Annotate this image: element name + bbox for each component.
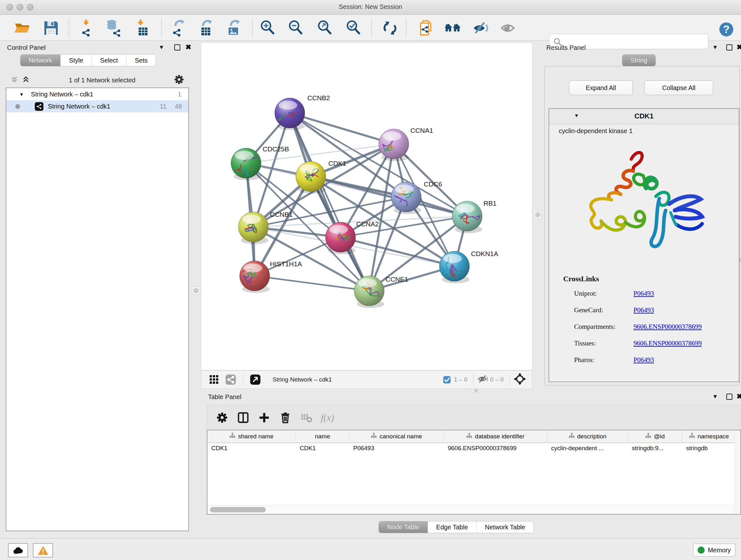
tab-select[interactable]: Select [92, 55, 127, 66]
entry-header[interactable]: ▼ CDK1 [549, 109, 739, 124]
column-header-description[interactable]: description [547, 430, 628, 442]
network-node-CCNA2[interactable]: CCNA2 [326, 220, 379, 254]
zoom-in-button[interactable] [258, 19, 278, 37]
table-row[interactable]: CDK1CDK1P064939606.ENSP00000378699cyclin… [207, 443, 740, 455]
refresh-button[interactable] [380, 19, 400, 37]
tab-network[interactable]: Network [20, 55, 61, 66]
results-panel: Results Panel ▼ ✖ String Expand All Coll… [542, 42, 741, 391]
panel-close-icon[interactable]: ✖ [737, 393, 741, 400]
expand-all-icon[interactable] [22, 75, 30, 85]
crosslink-link[interactable]: 9606.ENSP00000378699 [633, 323, 702, 331]
panel-close-icon[interactable]: ✖ [185, 44, 191, 51]
import-network-button[interactable] [77, 19, 98, 37]
expand-all-button[interactable]: Expand All [569, 80, 633, 95]
split-panel-icon[interactable] [232, 409, 254, 427]
hidden-eye-icon[interactable] [477, 374, 488, 385]
warnings-button[interactable] [33, 543, 53, 557]
zoom-selected-button[interactable] [343, 19, 364, 37]
selected-checkbox-icon[interactable] [441, 371, 453, 388]
show-hide-panel-button[interactable] [498, 19, 519, 37]
enrichment-button[interactable] [471, 19, 491, 37]
export-network-button[interactable] [169, 19, 190, 37]
add-column-icon[interactable] [254, 409, 275, 427]
panel-float-icon[interactable] [174, 44, 180, 51]
delete-table-icon[interactable] [296, 409, 317, 427]
tree-expander-icon[interactable]: ▼ [19, 91, 24, 97]
export-table-icon [197, 19, 215, 37]
function-builder-icon[interactable]: f(x) [317, 409, 338, 427]
node-label: CDC25B [263, 145, 289, 152]
network-edge[interactable] [255, 276, 369, 291]
network-edge[interactable] [311, 177, 467, 216]
string-home-button[interactable] [443, 19, 463, 37]
network-edge[interactable] [290, 113, 394, 144]
panel-float-icon[interactable] [726, 44, 732, 51]
collapse-all-button[interactable]: Collapse All [644, 80, 713, 95]
table-settings-gear-icon[interactable] [212, 409, 232, 427]
panel-menu-icon[interactable]: ▼ [712, 393, 718, 400]
column-header-namespace[interactable]: namespace [682, 430, 736, 442]
tab-style[interactable]: Style [61, 55, 91, 66]
clone-network-button[interactable] [415, 19, 436, 37]
tab-network-table[interactable]: Network Table [477, 521, 534, 533]
network-node-RB1[interactable]: RB1 [452, 199, 496, 233]
table-vertical-scrollbar[interactable] [735, 430, 740, 514]
crosslink-link[interactable]: 9606.ENSP00000378699 [633, 339, 702, 348]
column-header-id[interactable]: @id [628, 430, 682, 442]
panel-float-icon[interactable] [726, 394, 732, 400]
toolbar-separator [406, 18, 407, 37]
crosslink-row: GeneCard:P06493 [574, 306, 734, 316]
network-collection-row[interactable]: ▼ String Network – cdk1 1 [6, 88, 188, 100]
network-node-CCNA1[interactable]: CCNA1 [379, 127, 433, 161]
network-node-CDC25B[interactable]: CDC25B [231, 145, 289, 180]
network-share-icon[interactable] [222, 371, 239, 388]
tab-node-table[interactable]: Node Table [379, 521, 428, 533]
scrollbar-thumb[interactable] [210, 507, 266, 512]
import-network-icon [78, 19, 96, 37]
tab-edge-table[interactable]: Edge Table [428, 521, 477, 533]
cloud-button[interactable] [8, 543, 28, 557]
edge-count: 48 [175, 103, 182, 110]
tab-sets[interactable]: Sets [126, 55, 156, 66]
string-home-icon [444, 19, 462, 37]
export-image-button[interactable] [223, 19, 244, 37]
collapse-all-icon[interactable] [10, 75, 18, 85]
network-node-CCNB2[interactable]: CCNB2 [275, 94, 330, 130]
birds-eye-grid-icon[interactable] [206, 371, 222, 388]
network-node-HIST1H1A[interactable]: HIST1H1A [240, 260, 302, 293]
network-node-CDKN1A[interactable]: CDKN1A [440, 250, 498, 284]
column-header-sharedname[interactable]: shared name [207, 430, 296, 442]
delete-column-icon[interactable] [275, 409, 296, 427]
external-link-icon[interactable] [247, 371, 264, 388]
crosslink-link[interactable]: P06493 [633, 306, 654, 314]
zoom-out-button[interactable] [286, 19, 306, 37]
network-node-CCNE1[interactable]: CCNE1 [354, 275, 408, 308]
export-table-button[interactable] [196, 19, 216, 37]
import-database-button[interactable] [104, 19, 124, 37]
open-session-button[interactable] [12, 19, 32, 37]
tab-string[interactable]: String [622, 55, 656, 66]
crosshair-icon[interactable] [514, 373, 526, 387]
save-session-button[interactable] [41, 19, 61, 37]
import-database-icon [105, 19, 123, 37]
column-header-databaseidentifier[interactable]: database identifier [444, 430, 547, 442]
help-button[interactable]: ? [718, 20, 735, 38]
memory-button[interactable]: Memory [693, 544, 735, 557]
column-header-name[interactable]: name [296, 430, 349, 442]
right-splitter-handle[interactable] [534, 210, 542, 219]
control-panel-title: Control Panel [7, 44, 46, 51]
crosslink-link[interactable]: P06493 [633, 356, 654, 364]
left-splitter-handle[interactable] [192, 287, 200, 295]
column-header-canonicalname[interactable]: canonical name [349, 430, 444, 442]
zoom-fit-button[interactable] [315, 19, 335, 37]
panel-close-icon[interactable]: ✖ [737, 44, 741, 51]
import-table-button[interactable] [131, 19, 151, 37]
network-view[interactable]: CCNB2CCNA1CDC25BCDK1CDC6RB1CCNB1CCNA2CDK… [201, 43, 532, 370]
crosslink-link[interactable]: P06493 [633, 290, 654, 298]
panel-menu-icon[interactable]: ▼ [158, 44, 164, 51]
network-row[interactable]: String Network – cdk1 11 48 [6, 100, 188, 112]
table-cell: CDK1 [296, 443, 349, 455]
table-horizontal-scrollbar[interactable] [207, 505, 735, 514]
network-options-gear-icon[interactable] [174, 75, 184, 85]
panel-menu-icon[interactable]: ▼ [712, 44, 718, 51]
